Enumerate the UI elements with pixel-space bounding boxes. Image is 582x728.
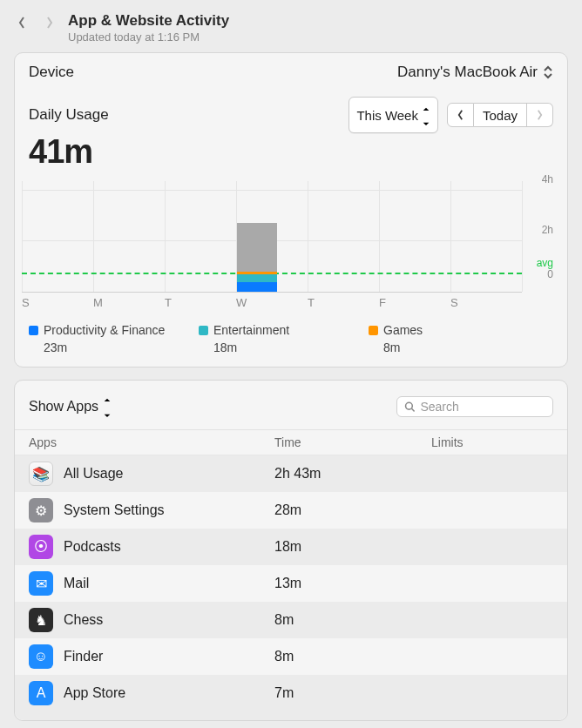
ytick-label: 0 <box>547 268 553 280</box>
usage-total: 41m <box>15 133 567 176</box>
app-icon: ♞ <box>29 608 53 632</box>
app-time: 8m <box>274 649 431 664</box>
app-time: 2h 43m <box>274 466 431 482</box>
xtick-label: S <box>450 296 522 309</box>
xtick-label: T <box>308 296 379 309</box>
xtick-label: W <box>236 296 308 309</box>
legend-value: 18m <box>199 340 369 354</box>
legend-swatch <box>199 326 208 335</box>
show-apps-popup[interactable]: Show Apps <box>29 391 112 422</box>
legend-swatch <box>369 326 378 335</box>
device-value: Danny's MacBook Air <box>397 64 538 81</box>
app-row[interactable]: ☺︎Finder8m <box>15 638 567 675</box>
xtick-label: M <box>93 296 165 309</box>
svg-point-0 <box>406 402 413 409</box>
app-icon: A <box>29 681 53 705</box>
app-time: 18m <box>274 539 431 555</box>
app-row[interactable]: ✉︎Mail13m <box>15 565 567 602</box>
app-icon: ☺︎ <box>29 644 53 669</box>
app-name: Finder <box>64 649 274 664</box>
xtick-label: F <box>379 296 450 309</box>
updown-icon <box>422 100 430 130</box>
app-row[interactable]: 📚All Usage2h 43m <box>15 455 567 492</box>
column-apps[interactable]: Apps <box>29 435 274 449</box>
app-row[interactable]: ⦿Podcasts18m <box>15 529 567 565</box>
search-input[interactable] <box>420 400 545 414</box>
prev-period-button[interactable] <box>447 103 474 127</box>
app-time: 13m <box>274 576 431 591</box>
app-icon: 📚 <box>29 462 53 486</box>
updown-icon <box>543 65 553 79</box>
updown-icon <box>103 391 112 422</box>
column-time[interactable]: Time <box>274 435 431 449</box>
show-apps-label: Show Apps <box>29 399 98 415</box>
chart-bar <box>237 223 277 292</box>
legend-item: Productivity & Finance23m <box>29 323 199 354</box>
app-name: App Store <box>64 685 274 701</box>
column-limits[interactable]: Limits <box>431 435 553 449</box>
xtick-label: T <box>165 296 236 309</box>
app-name: All Usage <box>64 466 274 482</box>
app-time: 28m <box>274 502 431 518</box>
xtick-label: S <box>22 296 93 309</box>
app-time: 8m <box>274 612 431 628</box>
legend-swatch <box>29 326 38 335</box>
legend-value: 8m <box>369 340 423 354</box>
app-name: Chess <box>64 612 274 628</box>
app-name: Podcasts <box>64 539 274 555</box>
legend-value: 23m <box>29 340 199 354</box>
updated-timestamp: Updated today at 1:16 PM <box>68 30 229 44</box>
svg-line-1 <box>412 408 415 411</box>
ytick-label: 2h <box>542 224 553 236</box>
page-title: App & Website Activity <box>68 12 229 30</box>
app-time: 7m <box>274 685 431 701</box>
app-name: Mail <box>64 576 274 591</box>
app-icon: ✉︎ <box>29 571 53 596</box>
activity-panel: Device Danny's MacBook Air Daily Usage T… <box>14 52 568 367</box>
daily-usage-label: Daily Usage <box>29 106 109 124</box>
app-row[interactable]: ⚙︎System Settings28m <box>15 492 567 529</box>
next-period-button[interactable] <box>527 103 553 127</box>
app-row[interactable]: AApp Store7m <box>15 675 567 711</box>
search-icon <box>404 401 415 413</box>
usage-chart <box>22 181 522 293</box>
device-popup[interactable]: Danny's MacBook Air <box>397 64 553 81</box>
range-popup[interactable]: This Week <box>349 97 438 133</box>
today-button[interactable]: Today <box>474 103 527 127</box>
legend-item: Entertainment18m <box>199 323 369 354</box>
app-name: System Settings <box>64 502 274 518</box>
legend-label: Entertainment <box>213 323 289 337</box>
legend-label: Games <box>383 323 423 337</box>
forward-button[interactable] <box>44 14 56 31</box>
device-label: Device <box>29 64 74 81</box>
app-icon: ⦿ <box>29 535 53 559</box>
legend-label: Productivity & Finance <box>44 323 165 337</box>
range-value: This Week <box>356 108 418 123</box>
back-button[interactable] <box>16 14 28 31</box>
apps-panel: Show Apps Apps Time Limits 📚All Usage2h … <box>14 380 568 721</box>
app-row[interactable]: ♞Chess8m <box>15 602 567 638</box>
avg-label: avg <box>537 257 553 269</box>
search-field[interactable] <box>396 396 553 417</box>
legend-item: Games8m <box>369 323 423 354</box>
app-icon: ⚙︎ <box>29 498 53 522</box>
ytick-label: 4h <box>542 173 553 185</box>
